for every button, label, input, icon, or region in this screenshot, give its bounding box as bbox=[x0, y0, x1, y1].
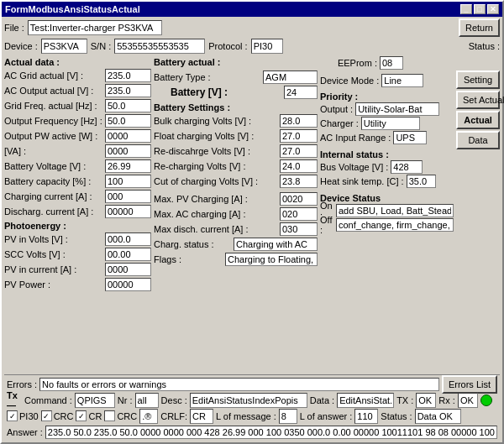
nr-input[interactable] bbox=[135, 393, 159, 408]
tx-label: Tx — bbox=[7, 390, 22, 410]
charg-status-label: Charg. status : bbox=[154, 239, 214, 249]
protocol-input[interactable] bbox=[251, 39, 283, 54]
max-disch-value[interactable] bbox=[280, 222, 318, 236]
pi30-label: PI30 bbox=[19, 411, 39, 421]
heat-sink-value[interactable] bbox=[407, 175, 436, 188]
set-actual-button[interactable]: Set Actual bbox=[456, 91, 500, 109]
ac-output-value[interactable] bbox=[105, 84, 151, 97]
discharg-current-label: Discharg. current [A] : bbox=[4, 206, 93, 217]
status-bottom-label: Status : bbox=[381, 411, 412, 421]
ac-grid-value[interactable] bbox=[105, 69, 151, 82]
dot-input[interactable] bbox=[139, 409, 158, 424]
charging-current-value[interactable] bbox=[105, 190, 151, 203]
cr-value-input[interactable] bbox=[190, 409, 213, 424]
battery-capacity-value[interactable] bbox=[105, 175, 151, 188]
sn-input[interactable] bbox=[114, 39, 205, 54]
data-button[interactable]: Data bbox=[456, 131, 500, 149]
recharging-value[interactable] bbox=[280, 159, 318, 173]
minimize-button[interactable]: _ bbox=[460, 4, 472, 14]
priority-output-value[interactable] bbox=[355, 102, 439, 116]
discharg-current-value[interactable] bbox=[105, 205, 151, 218]
cr-checkbox-label[interactable]: ✓ CR bbox=[76, 410, 102, 421]
priority-charger-value[interactable] bbox=[361, 117, 420, 130]
ac-grid-label: AC Grid actual [V] : bbox=[4, 71, 83, 81]
device-status-on-value[interactable] bbox=[336, 204, 454, 217]
status-label: Status : bbox=[469, 41, 500, 51]
crc-checkbox-label[interactable]: ✓ CRC bbox=[41, 410, 74, 421]
pv-charging-value[interactable] bbox=[280, 192, 318, 206]
l-of-answer-input[interactable] bbox=[354, 409, 378, 424]
device-status-off-value[interactable] bbox=[336, 218, 454, 232]
pv-power-value[interactable] bbox=[105, 278, 151, 291]
float-charging-label: Float charging Volts [V] : bbox=[154, 131, 254, 141]
heat-sink-row: Heat sink temp. [C] : bbox=[320, 174, 454, 188]
redischarge-label: Re-discahrge Volts [V] : bbox=[154, 146, 250, 156]
actual-button[interactable]: Actual bbox=[456, 111, 500, 129]
charging-current-row: Charging current [A] : bbox=[4, 189, 151, 203]
return-button[interactable]: Return bbox=[459, 18, 500, 37]
output-freq-value[interactable] bbox=[105, 114, 151, 128]
right-buttons: Setting Set Actual Actual Data bbox=[456, 55, 500, 373]
pv-current-value[interactable] bbox=[105, 263, 151, 276]
va-value[interactable] bbox=[105, 144, 151, 158]
battery-v-value[interactable] bbox=[284, 86, 318, 99]
va-row: [VA] : bbox=[4, 144, 151, 158]
command-input[interactable] bbox=[75, 393, 115, 408]
pv-volts-value[interactable] bbox=[105, 232, 151, 246]
rx-input[interactable] bbox=[458, 393, 478, 408]
crlf-label: CRLF: bbox=[160, 411, 187, 421]
eeprom-value[interactable] bbox=[380, 56, 403, 70]
charg-status-value[interactable] bbox=[234, 238, 318, 251]
battery-settings-section: Battery Settings : bbox=[154, 102, 318, 112]
flags-value[interactable] bbox=[225, 253, 318, 266]
desc-input[interactable] bbox=[190, 393, 307, 408]
l-of-answer-label: L of answer : bbox=[300, 411, 353, 421]
bulk-charging-value[interactable] bbox=[280, 114, 318, 128]
data-input[interactable] bbox=[337, 393, 394, 408]
bus-voltage-value[interactable] bbox=[391, 160, 423, 174]
device-status-on-row: On : bbox=[320, 203, 454, 217]
file-row: File : Return bbox=[4, 18, 500, 37]
setting-button[interactable]: Setting bbox=[456, 71, 500, 89]
ac-charging-value[interactable] bbox=[280, 207, 318, 221]
errors-value[interactable] bbox=[39, 378, 439, 391]
errors-row: Errors : Errors List bbox=[7, 377, 497, 391]
cutoff-value[interactable] bbox=[280, 175, 318, 188]
file-input[interactable] bbox=[28, 20, 162, 35]
tx-ok-input[interactable] bbox=[416, 393, 436, 408]
close-button[interactable]: ✕ bbox=[487, 4, 499, 14]
right-content: EEProm : Device Mode : Priority : Output… bbox=[320, 55, 454, 373]
crc-checkbox[interactable]: ✓ bbox=[41, 410, 52, 421]
file-label: File : bbox=[4, 23, 24, 33]
command-label: Command : bbox=[24, 395, 72, 405]
ac-input-value[interactable] bbox=[393, 131, 427, 144]
status-bottom-input[interactable] bbox=[415, 409, 461, 424]
title-bar: FormModbusAnsiStatusActual _ □ ✕ bbox=[2, 2, 502, 17]
bottom-bar: Errors : Errors List Tx — Command : Nr :… bbox=[4, 374, 500, 441]
recharging-label: Re-charging Volts [V] : bbox=[154, 161, 245, 171]
maximize-button[interactable]: □ bbox=[474, 4, 486, 14]
scc-volts-value[interactable] bbox=[105, 248, 151, 261]
crc2-checkbox-label[interactable]: CRC bbox=[104, 410, 137, 421]
redischarge-value[interactable] bbox=[280, 144, 318, 158]
grid-freq-label: Grid Freq. actual [Hz] : bbox=[4, 101, 97, 111]
answer-row: Answer : bbox=[7, 425, 497, 439]
pv-charging-label: Max. PV Charging [A] : bbox=[154, 194, 248, 204]
va-label: [VA] : bbox=[4, 146, 26, 156]
battery-voltage-value[interactable] bbox=[105, 159, 151, 173]
errors-list-button[interactable]: Errors List bbox=[442, 375, 497, 394]
answer-input[interactable] bbox=[45, 426, 497, 439]
max-disch-row: Max disch. current [A] : bbox=[154, 222, 318, 236]
device-mode-value[interactable] bbox=[381, 74, 423, 87]
pi30-checkbox[interactable]: ✓ bbox=[7, 410, 18, 421]
battery-type-value[interactable] bbox=[263, 71, 318, 84]
grid-freq-value[interactable] bbox=[105, 99, 151, 112]
float-charging-value[interactable] bbox=[280, 129, 318, 143]
output-pw-value[interactable] bbox=[105, 129, 151, 143]
cr-checkbox[interactable]: ✓ bbox=[76, 410, 87, 421]
right-area: EEProm : Device Mode : Priority : Output… bbox=[320, 55, 500, 373]
photoenergy-section: Photoenergy : bbox=[4, 221, 151, 231]
pi30-checkbox-label[interactable]: ✓ PI30 bbox=[7, 410, 39, 421]
device-input[interactable] bbox=[41, 39, 87, 54]
l-of-message-input[interactable] bbox=[279, 409, 297, 424]
